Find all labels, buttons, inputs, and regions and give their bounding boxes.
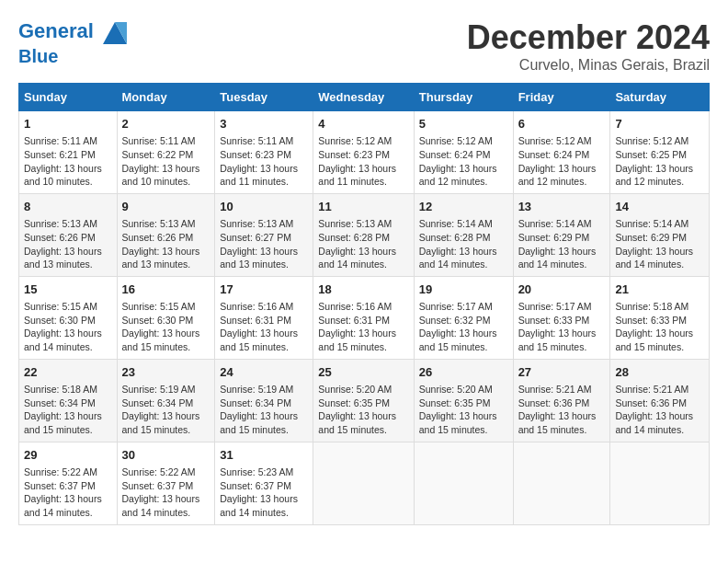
calendar-week-3: 15Sunrise: 5:15 AMSunset: 6:30 PMDayligh… <box>19 276 710 359</box>
calendar-week-1: 1Sunrise: 5:11 AMSunset: 6:21 PMDaylight… <box>19 111 710 194</box>
day-number: 6 <box>518 116 606 132</box>
calendar-cell: 13Sunrise: 5:14 AMSunset: 6:29 PMDayligh… <box>513 193 610 276</box>
day-info: Sunrise: 5:21 AMSunset: 6:36 PMDaylight:… <box>615 383 704 437</box>
calendar-cell: 31Sunrise: 5:23 AMSunset: 6:37 PMDayligh… <box>215 442 313 524</box>
day-info: Sunrise: 5:15 AMSunset: 6:30 PMDaylight:… <box>122 300 210 354</box>
calendar-cell: 27Sunrise: 5:21 AMSunset: 6:36 PMDayligh… <box>513 359 610 442</box>
day-info: Sunrise: 5:20 AMSunset: 6:35 PMDaylight:… <box>419 383 508 437</box>
day-info: Sunrise: 5:20 AMSunset: 6:35 PMDaylight:… <box>318 383 408 437</box>
calendar-cell <box>313 442 414 524</box>
day-info: Sunrise: 5:11 AMSunset: 6:21 PMDaylight:… <box>24 134 112 189</box>
calendar-cell <box>610 442 710 524</box>
day-info: Sunrise: 5:22 AMSunset: 6:37 PMDaylight:… <box>24 465 112 520</box>
day-number: 7 <box>615 116 704 132</box>
day-number: 29 <box>24 447 112 464</box>
day-info: Sunrise: 5:13 AMSunset: 6:28 PMDaylight:… <box>318 217 408 271</box>
day-info: Sunrise: 5:14 AMSunset: 6:29 PMDaylight:… <box>615 217 704 271</box>
day-info: Sunrise: 5:17 AMSunset: 6:33 PMDaylight:… <box>518 300 606 354</box>
calendar-cell: 8Sunrise: 5:13 AMSunset: 6:26 PMDaylight… <box>19 193 118 276</box>
header: General Blue December 2024 Curvelo, Mina… <box>18 18 710 74</box>
calendar-cell: 28Sunrise: 5:21 AMSunset: 6:36 PMDayligh… <box>610 359 710 442</box>
calendar-cell: 25Sunrise: 5:20 AMSunset: 6:35 PMDayligh… <box>313 359 414 442</box>
calendar-cell: 18Sunrise: 5:16 AMSunset: 6:31 PMDayligh… <box>313 276 414 359</box>
day-info: Sunrise: 5:18 AMSunset: 6:33 PMDaylight:… <box>615 300 704 354</box>
calendar-cell: 17Sunrise: 5:16 AMSunset: 6:31 PMDayligh… <box>215 276 313 359</box>
day-of-week-saturday: Saturday <box>610 84 710 111</box>
day-number: 28 <box>615 364 704 381</box>
month-title: December 2024 <box>467 18 710 57</box>
day-number: 8 <box>24 199 112 215</box>
logo-icon <box>101 18 129 46</box>
day-number: 23 <box>122 364 210 381</box>
day-number: 19 <box>419 282 508 298</box>
day-info: Sunrise: 5:12 AMSunset: 6:23 PMDaylight:… <box>318 134 408 189</box>
day-of-week-tuesday: Tuesday <box>215 84 313 111</box>
day-info: Sunrise: 5:13 AMSunset: 6:26 PMDaylight:… <box>24 217 112 271</box>
calendar-cell: 24Sunrise: 5:19 AMSunset: 6:34 PMDayligh… <box>215 359 313 442</box>
calendar-week-4: 22Sunrise: 5:18 AMSunset: 6:34 PMDayligh… <box>19 359 710 442</box>
calendar-cell: 9Sunrise: 5:13 AMSunset: 6:26 PMDaylight… <box>117 193 215 276</box>
calendar-cell: 16Sunrise: 5:15 AMSunset: 6:30 PMDayligh… <box>117 276 215 359</box>
day-info: Sunrise: 5:19 AMSunset: 6:34 PMDaylight:… <box>122 383 210 437</box>
day-of-week-thursday: Thursday <box>414 84 513 111</box>
day-number: 24 <box>220 364 308 381</box>
calendar-cell: 26Sunrise: 5:20 AMSunset: 6:35 PMDayligh… <box>414 359 513 442</box>
logo-blue: Blue <box>18 46 129 66</box>
day-info: Sunrise: 5:13 AMSunset: 6:26 PMDaylight:… <box>122 217 210 271</box>
day-number: 11 <box>318 199 408 215</box>
day-number: 13 <box>518 199 606 215</box>
calendar-cell: 14Sunrise: 5:14 AMSunset: 6:29 PMDayligh… <box>610 193 710 276</box>
day-info: Sunrise: 5:18 AMSunset: 6:34 PMDaylight:… <box>24 383 112 437</box>
calendar-cell: 5Sunrise: 5:12 AMSunset: 6:24 PMDaylight… <box>414 111 513 194</box>
day-info: Sunrise: 5:13 AMSunset: 6:27 PMDaylight:… <box>220 217 308 271</box>
day-of-week-wednesday: Wednesday <box>313 84 414 111</box>
day-number: 12 <box>419 199 508 215</box>
calendar-cell: 4Sunrise: 5:12 AMSunset: 6:23 PMDaylight… <box>313 111 414 194</box>
calendar-cell: 15Sunrise: 5:15 AMSunset: 6:30 PMDayligh… <box>19 276 118 359</box>
calendar-cell: 1Sunrise: 5:11 AMSunset: 6:21 PMDaylight… <box>19 111 118 194</box>
day-number: 21 <box>615 282 704 298</box>
calendar-cell: 23Sunrise: 5:19 AMSunset: 6:34 PMDayligh… <box>117 359 215 442</box>
day-number: 31 <box>220 447 308 464</box>
day-number: 10 <box>220 199 308 215</box>
day-number: 27 <box>518 364 606 381</box>
day-number: 18 <box>318 282 408 298</box>
day-number: 16 <box>122 282 210 298</box>
day-info: Sunrise: 5:12 AMSunset: 6:24 PMDaylight:… <box>419 134 508 189</box>
calendar-week-2: 8Sunrise: 5:13 AMSunset: 6:26 PMDaylight… <box>19 193 710 276</box>
calendar: SundayMondayTuesdayWednesdayThursdayFrid… <box>18 83 710 525</box>
day-info: Sunrise: 5:23 AMSunset: 6:37 PMDaylight:… <box>220 465 308 520</box>
day-number: 2 <box>122 116 210 132</box>
calendar-cell <box>513 442 610 524</box>
calendar-cell: 3Sunrise: 5:11 AMSunset: 6:23 PMDaylight… <box>215 111 313 194</box>
calendar-cell: 10Sunrise: 5:13 AMSunset: 6:27 PMDayligh… <box>215 193 313 276</box>
logo-general: General <box>18 19 94 42</box>
day-number: 5 <box>419 116 508 132</box>
day-number: 17 <box>220 282 308 298</box>
day-info: Sunrise: 5:16 AMSunset: 6:31 PMDaylight:… <box>220 300 308 354</box>
day-info: Sunrise: 5:12 AMSunset: 6:25 PMDaylight:… <box>615 134 704 189</box>
calendar-cell: 29Sunrise: 5:22 AMSunset: 6:37 PMDayligh… <box>19 442 118 524</box>
calendar-cell: 30Sunrise: 5:22 AMSunset: 6:37 PMDayligh… <box>117 442 215 524</box>
calendar-cell: 22Sunrise: 5:18 AMSunset: 6:34 PMDayligh… <box>19 359 118 442</box>
day-info: Sunrise: 5:16 AMSunset: 6:31 PMDaylight:… <box>318 300 408 354</box>
calendar-cell: 11Sunrise: 5:13 AMSunset: 6:28 PMDayligh… <box>313 193 414 276</box>
calendar-week-5: 29Sunrise: 5:22 AMSunset: 6:37 PMDayligh… <box>19 442 710 524</box>
day-number: 26 <box>419 364 508 381</box>
day-info: Sunrise: 5:15 AMSunset: 6:30 PMDaylight:… <box>24 300 112 354</box>
day-info: Sunrise: 5:11 AMSunset: 6:22 PMDaylight:… <box>122 134 210 189</box>
calendar-cell: 20Sunrise: 5:17 AMSunset: 6:33 PMDayligh… <box>513 276 610 359</box>
day-number: 9 <box>122 199 210 215</box>
day-info: Sunrise: 5:11 AMSunset: 6:23 PMDaylight:… <box>220 134 308 189</box>
calendar-cell: 21Sunrise: 5:18 AMSunset: 6:33 PMDayligh… <box>610 276 710 359</box>
day-number: 22 <box>24 364 112 381</box>
calendar-cell: 2Sunrise: 5:11 AMSunset: 6:22 PMDaylight… <box>117 111 215 194</box>
day-info: Sunrise: 5:22 AMSunset: 6:37 PMDaylight:… <box>122 465 210 520</box>
logo: General Blue <box>18 18 129 66</box>
day-number: 15 <box>24 282 112 298</box>
day-number: 20 <box>518 282 606 298</box>
day-info: Sunrise: 5:12 AMSunset: 6:24 PMDaylight:… <box>518 134 606 189</box>
day-number: 30 <box>122 447 210 464</box>
day-of-week-friday: Friday <box>513 84 610 111</box>
calendar-cell: 6Sunrise: 5:12 AMSunset: 6:24 PMDaylight… <box>513 111 610 194</box>
